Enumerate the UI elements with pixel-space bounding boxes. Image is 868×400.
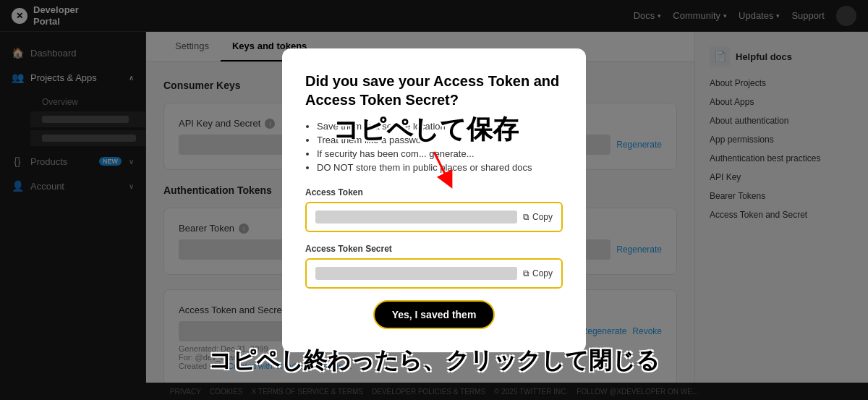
access-token-secret-field-box: ⧉ Copy: [305, 258, 563, 289]
bullet-1: Treat them like a password: [317, 135, 563, 145]
access-token-field-value: [315, 210, 517, 224]
access-token-copy-label: Copy: [532, 212, 553, 222]
bullet-3: DO NOT store them in public places or sh…: [317, 162, 563, 173]
copy-icon: ⧉: [523, 212, 529, 222]
modal-bullets: Save them in a secure location Treat the…: [305, 121, 563, 173]
access-token-secret-field-label: Access Token Secret: [305, 244, 563, 254]
access-token-secret-copy-label: Copy: [532, 268, 553, 278]
confirm-saved-button[interactable]: Yes, I saved them: [373, 300, 495, 329]
access-token-field-box: ⧉ Copy: [305, 202, 563, 232]
copy-icon-2: ⧉: [523, 268, 529, 278]
bullet-0: Save them in a secure location: [317, 121, 563, 132]
modal-title: Did you save your Access Token and Acces…: [305, 72, 563, 109]
bullet-2: If security has been com... generate...: [317, 148, 563, 159]
access-token-field-label: Access Token: [305, 187, 563, 197]
modal-overlay: Did you save your Access Token and Acces…: [0, 0, 868, 400]
modal: Did you save your Access Token and Acces…: [282, 48, 586, 352]
access-token-copy-button[interactable]: ⧉ Copy: [523, 212, 553, 222]
access-token-secret-field-value: [315, 267, 517, 280]
access-token-secret-copy-button[interactable]: ⧉ Copy: [523, 268, 553, 278]
